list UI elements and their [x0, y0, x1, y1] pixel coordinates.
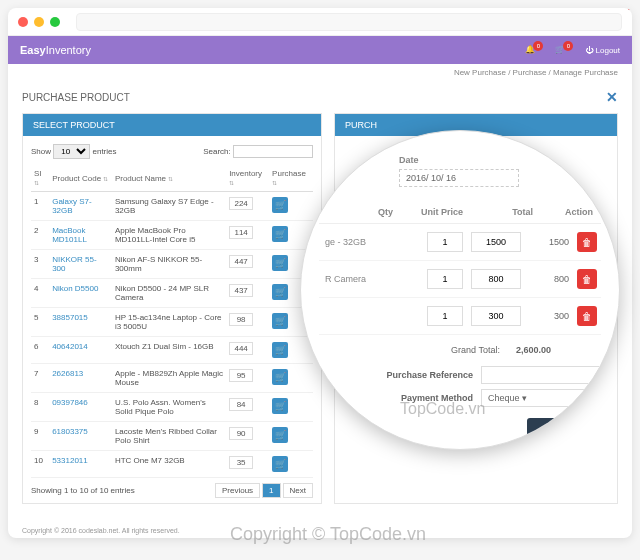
- product-code-link[interactable]: MacBook MD101LL: [49, 221, 112, 250]
- app-header: EasyInventory 🔔0 🛒0 ⏻ Logout: [8, 36, 632, 64]
- footer-copyright: Copyright © 2016 codeslab.net. All right…: [22, 527, 180, 534]
- reference-input[interactable]: [481, 366, 601, 384]
- logout-link[interactable]: ⏻ Logout: [585, 46, 620, 55]
- payment-label: Payment Method: [401, 393, 473, 403]
- line-item: 300🗑: [319, 298, 601, 335]
- add-cart-button[interactable]: 🛒: [272, 197, 288, 213]
- page-title-row: PURCHASE PRODUCT ✕: [22, 81, 618, 113]
- table-row: 640642014Xtouch Z1 Dual Sim - 16GB444🛒: [31, 337, 313, 364]
- table-row: 4Nikon D5500Nikon D5500 - 24 MP SLR Came…: [31, 279, 313, 308]
- line-item: R Camera800🗑: [319, 261, 601, 298]
- col-inv[interactable]: Inventory: [226, 165, 269, 192]
- product-code-link[interactable]: 61803375: [49, 422, 112, 451]
- col-si[interactable]: SI: [31, 165, 49, 192]
- crumb[interactable]: Purchase: [513, 68, 547, 77]
- cart-icon[interactable]: 🛒0: [555, 45, 575, 55]
- table-row: 1053312011HTC One M7 32GB35🛒: [31, 451, 313, 478]
- ref-label: Purchase Reference: [386, 370, 473, 380]
- product-code-link[interactable]: 2626813: [49, 364, 112, 393]
- add-cart-button[interactable]: 🛒: [272, 369, 288, 385]
- add-cart-button[interactable]: 🛒: [272, 284, 288, 300]
- table-info: Showing 1 to 10 of 10 entries: [31, 486, 135, 495]
- add-cart-button[interactable]: 🛒: [272, 255, 288, 271]
- add-cart-button[interactable]: 🛒: [272, 398, 288, 414]
- select-product-panel: SELECT PRODUCT Show 10 entries Search: S…: [22, 113, 322, 504]
- product-table: SI Product Code Product Name Inventory P…: [31, 165, 313, 478]
- add-cart-button[interactable]: 🛒: [272, 456, 288, 472]
- table-row: 809397846U.S. Polo Assn. Women's Solid P…: [31, 393, 313, 422]
- qty-input[interactable]: [427, 306, 463, 326]
- qty-input[interactable]: [427, 269, 463, 289]
- crumb[interactable]: Manage Purchase: [553, 68, 618, 77]
- page-title: PURCHASE PRODUCT: [22, 92, 130, 103]
- product-code-link[interactable]: 40642014: [49, 337, 112, 364]
- col-purchase[interactable]: Purchase: [269, 165, 313, 192]
- product-code-link[interactable]: 38857015: [49, 308, 112, 337]
- delete-button[interactable]: 🗑: [577, 232, 597, 252]
- page-1[interactable]: 1: [262, 483, 280, 498]
- table-row: 1Galaxy S7-32GBSamsung Galaxy S7 Edge - …: [31, 192, 313, 221]
- datatable-controls: Show 10 entries Search:: [31, 144, 313, 159]
- grand-total: Grand Total:2,600.00: [319, 335, 601, 361]
- page-size-select[interactable]: 10: [53, 144, 90, 159]
- product-code-link[interactable]: Galaxy S7-32GB: [49, 192, 112, 221]
- col-name[interactable]: Product Name: [112, 165, 226, 192]
- line-item: ge - 32GB1500🗑: [319, 224, 601, 261]
- table-row: 961803375Lacoste Men's Ribbed Collar Pol…: [31, 422, 313, 451]
- table-row: 538857015HP 15-ac134ne Laptop - Core i3 …: [31, 308, 313, 337]
- max-dot[interactable]: [50, 17, 60, 27]
- product-code-link[interactable]: NIKKOR 55-300: [49, 250, 112, 279]
- line-header: QtyUnit PriceTotalAction: [319, 201, 601, 224]
- zoom-lens: Date 2016/ 10/ 16 QtyUnit PriceTotalActi…: [300, 130, 620, 450]
- add-cart-button[interactable]: 🛒: [272, 427, 288, 443]
- brand[interactable]: EasyInventory: [20, 44, 91, 56]
- qty-input[interactable]: [427, 232, 463, 252]
- price-input[interactable]: [471, 269, 521, 289]
- search-input[interactable]: [233, 145, 313, 158]
- url-bar[interactable]: [76, 13, 622, 31]
- breadcrumb: New Purchase / Purchase / Manage Purchas…: [8, 64, 632, 81]
- close-dot[interactable]: [18, 17, 28, 27]
- price-input[interactable]: [471, 306, 521, 326]
- close-icon[interactable]: ✕: [606, 89, 618, 105]
- delete-button[interactable]: 🗑: [577, 306, 597, 326]
- add-cart-button[interactable]: 🛒: [272, 226, 288, 242]
- table-row: 2MacBook MD101LLApple MacBook Pro MD101L…: [31, 221, 313, 250]
- panel-header: SELECT PRODUCT: [23, 114, 321, 136]
- titlebar: [8, 8, 632, 36]
- product-code-link[interactable]: 53312011: [49, 451, 112, 478]
- delete-button[interactable]: 🗑: [577, 269, 597, 289]
- date-input[interactable]: 2016/ 10/ 16: [399, 169, 519, 187]
- min-dot[interactable]: [34, 17, 44, 27]
- notif-icon[interactable]: 🔔0: [525, 45, 545, 55]
- crumb[interactable]: New Purchase: [454, 68, 506, 77]
- product-code-link[interactable]: 09397846: [49, 393, 112, 422]
- table-row: 3NIKKOR 55-300Nikon AF-S NIKKOR 55-300mm…: [31, 250, 313, 279]
- prev-button[interactable]: Previous: [215, 483, 260, 498]
- price-input[interactable]: [471, 232, 521, 252]
- add-cart-button[interactable]: 🛒: [272, 313, 288, 329]
- product-code-link[interactable]: Nikon D5500: [49, 279, 112, 308]
- next-button[interactable]: Next: [283, 483, 313, 498]
- table-row: 72626813Apple - MB829Zh Apple Magic Mous…: [31, 364, 313, 393]
- col-code[interactable]: Product Code: [49, 165, 112, 192]
- add-cart-button[interactable]: 🛒: [272, 342, 288, 358]
